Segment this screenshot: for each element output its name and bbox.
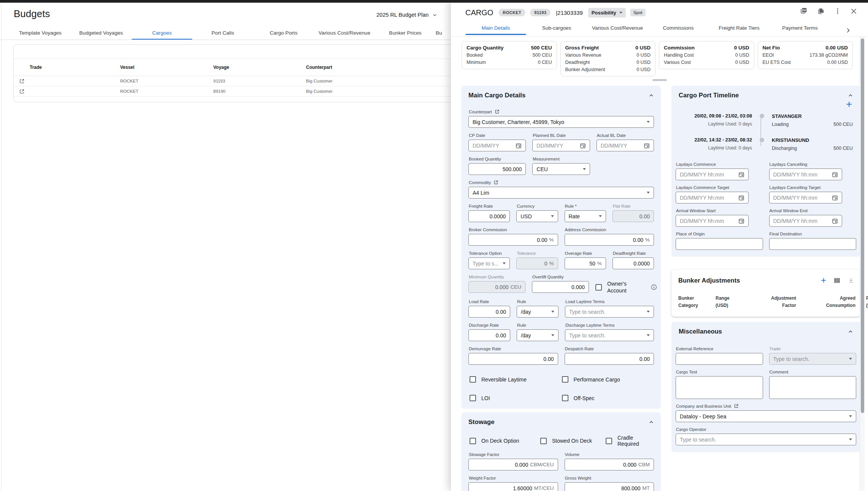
- tab-commissions[interactable]: Commissions: [648, 21, 709, 35]
- add-bunker-adjustment-button[interactable]: +: [821, 276, 826, 285]
- off-spec-checkbox[interactable]: Off-Spec: [562, 395, 654, 401]
- laydays-cancelling-input[interactable]: DD/MM/YY hh:mm: [769, 168, 842, 180]
- tab-payment-terms[interactable]: Payment Terms: [770, 21, 830, 35]
- close-icon[interactable]: [850, 8, 857, 15]
- calendar-icon[interactable]: [738, 195, 744, 201]
- freight-rate-input[interactable]: 0.0000: [468, 210, 510, 222]
- open-in-new-icon[interactable]: [495, 109, 500, 114]
- booked-quantity-input[interactable]: 500.000: [468, 163, 526, 175]
- panel-resize-handle[interactable]: [652, 79, 667, 81]
- tab-sub-cargoes[interactable]: Sub-cargoes: [526, 21, 587, 35]
- tab-main-details[interactable]: Main Details: [465, 21, 526, 35]
- rule-select[interactable]: Rate: [565, 210, 606, 222]
- laydays-commence-input[interactable]: DD/MM/YY hh:mm: [676, 168, 749, 180]
- budget-plan-selector[interactable]: 2025 RL Budget Plan: [376, 12, 437, 18]
- actual-bl-date-input[interactable]: DD/MM/YY: [597, 140, 654, 151]
- scrollbar-thumb[interactable]: [861, 38, 864, 413]
- weight-factor-input[interactable]: 1.60000MT/CEU: [468, 482, 558, 491]
- cp-date-input[interactable]: DD/MM/YY: [468, 140, 526, 151]
- performance-cargo-checkbox[interactable]: Performance Cargo: [562, 376, 654, 383]
- despatch-rate-input[interactable]: 0.00: [565, 353, 654, 365]
- timeline-entry[interactable]: 20/02, 09:08 - 21/02, 03:08 Laytime Used…: [676, 113, 856, 127]
- laydays-cancelling-target-input[interactable]: DD/MM/YY hh:mm: [769, 192, 842, 203]
- owners-account-checkbox[interactable]: Owner's Account: [595, 280, 644, 294]
- laydays-commence-target-input[interactable]: DD/MM/YY hh:mm: [676, 192, 749, 203]
- add-port-call-button[interactable]: +: [846, 100, 852, 109]
- gross-weight-input[interactable]: 800.000MT: [565, 482, 654, 491]
- calendar-icon[interactable]: [832, 195, 838, 201]
- drawer-scrollbar[interactable]: [860, 37, 865, 491]
- status-select[interactable]: Possibility: [588, 8, 626, 17]
- overage-rate-input[interactable]: 50%: [565, 257, 606, 269]
- open-in-new-icon[interactable]: [734, 404, 739, 408]
- info-icon[interactable]: [651, 284, 657, 290]
- tab-budgeted-voyages[interactable]: Budgeted Voyages: [71, 26, 132, 40]
- overlift-quantity-input[interactable]: 0.000: [532, 281, 589, 293]
- place-of-origin-input[interactable]: [676, 238, 763, 250]
- commodity-select[interactable]: A4 Lim: [468, 187, 654, 199]
- loi-checkbox[interactable]: LOI: [470, 395, 562, 401]
- external-reference-input[interactable]: [676, 353, 763, 365]
- collapse-section-button[interactable]: [649, 419, 654, 425]
- calendar-icon[interactable]: [832, 172, 838, 178]
- discharge-rule-select[interactable]: /day: [517, 329, 559, 341]
- demurrage-rate-input[interactable]: 0.00: [468, 353, 558, 365]
- calendar-icon[interactable]: [516, 143, 522, 149]
- timeline-entry[interactable]: 22/02, 14:32 - 23/02, 08:32 Laytime Used…: [676, 137, 856, 151]
- dropdown-arrow-icon: [647, 334, 650, 336]
- field-trade: Trade Type to search.: [769, 346, 857, 365]
- collapse-section-button[interactable]: [649, 93, 654, 98]
- tab-cargo-ports[interactable]: Cargo Ports: [253, 26, 314, 40]
- cradle-required-checkbox[interactable]: Cradle Required: [606, 435, 654, 447]
- volume-input[interactable]: 0.000CBM: [565, 459, 654, 470]
- open-cargo-button[interactable]: [14, 89, 30, 94]
- calendar-icon[interactable]: [738, 218, 744, 224]
- measurement-select[interactable]: CEU: [532, 163, 590, 175]
- deadfreight-rate-input[interactable]: 0.0000: [613, 257, 654, 269]
- arrival-window-start-input[interactable]: DD/MM/YY hh:mm: [676, 215, 749, 227]
- collapse-section-button[interactable]: [848, 93, 853, 98]
- calendar-icon[interactable]: [832, 218, 838, 224]
- broker-commission-input[interactable]: 0.00%: [468, 234, 558, 246]
- calendar-icon[interactable]: [580, 143, 586, 149]
- final-destination-input[interactable]: [769, 238, 857, 250]
- stowage-factor-input[interactable]: 0.000CBM/CEU: [468, 459, 558, 470]
- copy-icon[interactable]: [817, 7, 825, 15]
- load-laytime-terms-select[interactable]: Type to search.: [565, 306, 654, 318]
- discharge-rate-input[interactable]: 0.00: [468, 329, 510, 341]
- discharge-laytime-terms-select[interactable]: Type to search.: [565, 329, 654, 341]
- more-options-icon[interactable]: [834, 8, 841, 14]
- calendar-icon[interactable]: [644, 143, 650, 149]
- tab-various-cost-revenue[interactable]: Various Cost/Revenue: [314, 26, 375, 40]
- open-in-new-icon[interactable]: [494, 180, 498, 185]
- on-deck-option-checkbox[interactable]: On Deck Option: [470, 435, 540, 447]
- tab-bunker-prices[interactable]: Bunker Prices: [375, 26, 436, 40]
- collapse-section-button[interactable]: [848, 329, 853, 334]
- counterpart-select[interactable]: Big Customer, Charterer, 45999, Tokyo: [468, 116, 654, 128]
- tolerance-option-select[interactable]: Type to s...: [468, 257, 510, 269]
- download-icon[interactable]: [848, 277, 854, 284]
- address-commission-input[interactable]: 0.00%: [565, 234, 654, 246]
- reversible-laytime-checkbox[interactable]: Reversible Laytime: [470, 376, 562, 383]
- cargo-operator-select[interactable]: Type to search.: [676, 434, 856, 445]
- tab-freight-rate-tiers[interactable]: Freight Rate Tiers: [709, 21, 770, 35]
- tab-template-voyages[interactable]: Template Voyages: [10, 26, 71, 40]
- export-pdf-icon[interactable]: PDF: [800, 7, 808, 15]
- tab-port-calls[interactable]: Port Calls: [192, 26, 253, 40]
- columns-icon[interactable]: [834, 277, 840, 284]
- arrival-window-end-input[interactable]: DD/MM/YY hh:mm: [769, 215, 842, 227]
- cargo-text-input[interactable]: [676, 376, 763, 399]
- stowed-on-deck-checkbox[interactable]: Stowed On Deck: [540, 435, 606, 447]
- planned-bl-date-input[interactable]: DD/MM/YY: [532, 140, 590, 151]
- calendar-icon[interactable]: [738, 172, 744, 178]
- tab-cargoes[interactable]: Cargoes: [132, 26, 192, 40]
- comment-input[interactable]: [769, 376, 857, 399]
- load-rate-input[interactable]: 0.00: [468, 306, 510, 318]
- currency-select[interactable]: USD: [516, 210, 558, 222]
- tab-various-cost-revenue[interactable]: Various Cost/Revenue: [587, 21, 648, 35]
- section-main-cargo-details: Main Cargo Details Counterpart Big Custo…: [462, 86, 661, 409]
- tabs-scroll-right-icon[interactable]: [845, 27, 851, 33]
- load-rule-select[interactable]: /day: [517, 306, 559, 318]
- company-business-unit-select[interactable]: Dataloy - Deep Sea: [676, 410, 856, 422]
- open-cargo-button[interactable]: [14, 78, 30, 84]
